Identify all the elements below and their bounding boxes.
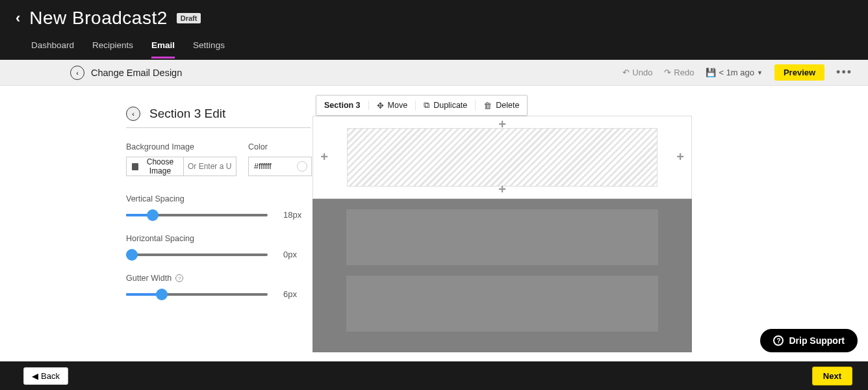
tab-dashboard[interactable]: Dashboard xyxy=(31,40,74,58)
help-icon[interactable]: ? xyxy=(175,274,183,282)
color-label: Color xyxy=(248,142,312,151)
vertical-spacing-label: Vertical Spacing xyxy=(126,194,307,203)
move-icon: ✥ xyxy=(377,101,384,110)
add-below-icon[interactable]: + xyxy=(496,184,508,196)
selected-section[interactable]: + + + + xyxy=(313,116,692,199)
redo-arrow-icon: ↷ xyxy=(664,68,671,77)
section-title: Section 3 Edit xyxy=(149,107,225,121)
duplicate-icon: ⧉ xyxy=(424,100,429,110)
gutter-width-label: Gutter Width xyxy=(126,274,172,283)
back-chevron[interactable]: ‹ xyxy=(16,10,20,27)
saved-indicator[interactable]: 💾< 1m ago▼ xyxy=(706,68,763,77)
preview-button[interactable]: Preview xyxy=(774,64,824,81)
tab-recipients[interactable]: Recipients xyxy=(92,40,133,58)
horizontal-spacing-value: 0px xyxy=(283,250,307,259)
color-input[interactable] xyxy=(254,162,285,171)
gutter-width-slider[interactable] xyxy=(126,293,268,296)
add-left-icon[interactable]: + xyxy=(318,151,330,163)
undo-button[interactable]: ↶Undo xyxy=(622,68,652,77)
vertical-spacing-slider[interactable] xyxy=(126,214,268,216)
image-url-input[interactable] xyxy=(184,157,236,176)
tab-email[interactable]: Email xyxy=(151,40,175,58)
chevron-down-icon: ▼ xyxy=(757,70,763,76)
gutter-width-value: 6px xyxy=(283,289,307,299)
editor-sidebar: ‹ Section 3 Edit Background Image Choose… xyxy=(0,86,312,361)
section-back-button[interactable]: ‹ xyxy=(126,107,140,121)
add-above-icon[interactable]: + xyxy=(496,119,508,131)
move-button[interactable]: ✥Move xyxy=(369,101,416,110)
choose-image-button[interactable]: Choose Image xyxy=(127,157,184,176)
more-menu-icon[interactable]: ••• xyxy=(836,66,852,79)
main-tabs: Dashboard Recipients Email Settings xyxy=(16,40,852,58)
canvas-area: Section 3 ✥Move ⧉Duplicate 🗑Delete + + +… xyxy=(312,86,868,361)
support-icon: ? xyxy=(773,335,784,346)
draft-badge: Draft xyxy=(177,13,201,23)
other-sections xyxy=(313,199,692,352)
trash-icon: 🗑 xyxy=(483,101,492,110)
support-button[interactable]: ? Drip Support xyxy=(760,329,858,352)
bg-image-label: Background Image xyxy=(126,142,236,151)
footer-back-button[interactable]: ◀Back xyxy=(23,367,68,385)
footer-next-button[interactable]: Next xyxy=(812,367,852,385)
change-design-label[interactable]: Change Email Design xyxy=(91,68,182,78)
horizontal-spacing-slider[interactable] xyxy=(126,254,268,256)
section-block[interactable] xyxy=(346,209,658,265)
horizontal-spacing-label: Horizontal Spacing xyxy=(126,234,307,243)
redo-button[interactable]: ↷Redo xyxy=(664,68,694,77)
tab-settings[interactable]: Settings xyxy=(193,40,225,58)
left-caret-icon: ◀ xyxy=(32,371,38,381)
section-toolbar-label: Section 3 xyxy=(316,101,369,110)
back-circle-button[interactable]: ‹ xyxy=(70,66,84,80)
add-right-icon[interactable]: + xyxy=(674,151,686,163)
color-swatch[interactable] xyxy=(297,161,307,172)
undo-arrow-icon: ↶ xyxy=(622,68,630,77)
image-icon xyxy=(132,163,138,170)
save-disk-icon: 💾 xyxy=(706,68,716,77)
delete-button[interactable]: 🗑Delete xyxy=(476,101,527,110)
duplicate-button[interactable]: ⧉Duplicate xyxy=(416,100,476,110)
section-block[interactable] xyxy=(346,276,658,332)
page-title: New Broadcast2 xyxy=(29,8,167,29)
empty-content-block[interactable] xyxy=(347,128,657,187)
section-toolbar: Section 3 ✥Move ⧉Duplicate 🗑Delete xyxy=(316,95,528,116)
vertical-spacing-value: 18px xyxy=(283,210,307,220)
